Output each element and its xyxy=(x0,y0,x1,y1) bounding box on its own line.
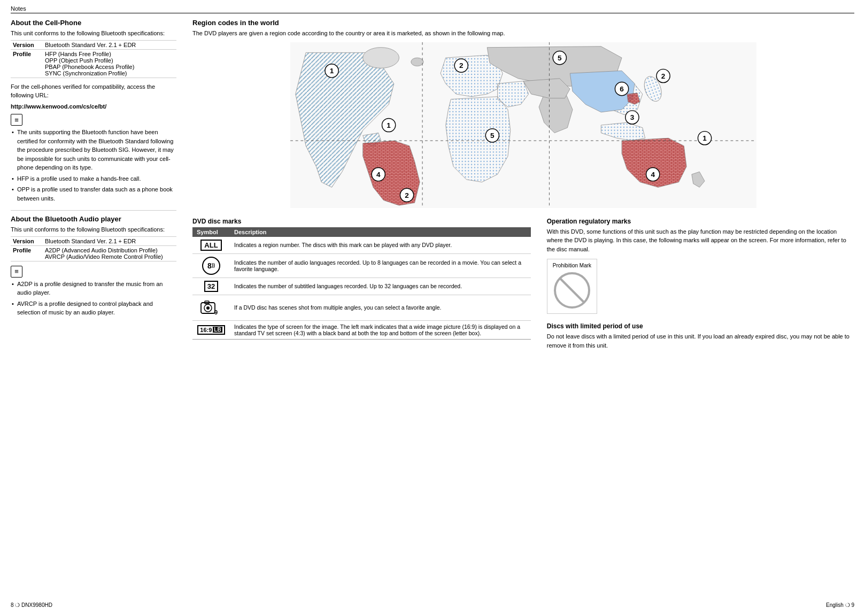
dvd-col-symbol: Symbol xyxy=(192,227,230,237)
cell-phone-url[interactable]: http://www.kenwood.com/cs/ce/bt/ xyxy=(11,102,176,111)
dvd-desc-8: Indicates the number of audio languages … xyxy=(230,253,531,278)
cell-phone-note-3: OPP is a profile used to transfer data s… xyxy=(11,185,176,203)
specs-row-profile: Profile HFP (Hands Free Profile)OPP (Obj… xyxy=(11,49,176,78)
dvd-row-8: 8)) Indicates the number of audio langua… xyxy=(192,253,531,278)
dvd-desc-angle: If a DVD disc has scenes shot from multi… xyxy=(230,295,531,320)
header-title: Notes xyxy=(11,5,26,12)
angle-svg: 9 xyxy=(200,298,222,317)
specs-value-profile: HFP (Hands Free Profile)OPP (Object Push… xyxy=(43,49,176,78)
dvd-row-angle: 9 If a DVD disc has scenes shot from mul… xyxy=(192,295,531,320)
region-codes-section: Region codes in the world The DVD player… xyxy=(192,19,854,208)
bt-specs-value-version: Bluetooth Standard Ver. 2.1 + EDR xyxy=(43,236,176,245)
svg-text:2: 2 xyxy=(405,191,409,199)
bluetooth-note-1: A2DP is a profile designed to transfer t… xyxy=(11,280,176,297)
widescreen-symbol: 16:9 LB xyxy=(197,325,225,335)
dvd-row-all: ALL Indicates a region number. The discs… xyxy=(192,237,531,254)
bluetooth-notes: A2DP is a profile designed to transfer t… xyxy=(11,280,176,317)
bluetooth-audio-intro: This unit conforms to the following Blue… xyxy=(11,225,176,234)
prohibition-svg xyxy=(553,272,591,309)
right-column: Region codes in the world The DVD player… xyxy=(192,19,854,352)
svg-point-9 xyxy=(363,47,399,68)
dvd-row-169: 16:9 LB Indicates the type of screen for… xyxy=(192,320,531,339)
all-symbol: ALL xyxy=(200,240,221,251)
bt-specs-value-profile: A2DP (Advanced Audio Distribution Profil… xyxy=(43,245,176,261)
note-icon-cellphone: ≡ xyxy=(11,114,22,126)
dvd-symbol-angle: 9 xyxy=(192,295,230,320)
bt-specs-row-profile: Profile A2DP (Advanced Audio Distributio… xyxy=(11,245,176,261)
svg-text:2: 2 xyxy=(661,72,666,80)
dvd-col-description: Description xyxy=(230,227,531,237)
cell-phone-notes: The units supporting the Bluetooth funct… xyxy=(11,128,176,203)
bluetooth-note-2: AVRCP is a profile designed to control p… xyxy=(11,299,176,317)
limited-use-title: Discs with limited period of use xyxy=(547,322,854,330)
bluetooth-specs-table: Version Bluetooth Standard Ver. 2.1 + ED… xyxy=(11,236,176,261)
svg-point-10 xyxy=(411,58,423,66)
svg-line-45 xyxy=(560,278,584,303)
world-map-svg: 1 2 1 4 xyxy=(192,42,854,208)
svg-text:1: 1 xyxy=(387,121,391,129)
dvd-marks-title: DVD disc marks xyxy=(192,218,531,225)
footer-left: 8 ❍ DNX9980HD xyxy=(11,602,52,608)
dvd-symbol-32: 32 xyxy=(192,278,230,295)
dvd-desc-all: Indicates a region number. The discs wit… xyxy=(230,237,531,254)
note-icon-bluetooth: ≡ xyxy=(11,266,22,278)
svg-text:2: 2 xyxy=(459,61,464,70)
cell-phone-note-2: HFP is a profile used to make a hands-fr… xyxy=(11,174,176,183)
op-marks-title: Operation regulatory marks xyxy=(547,218,854,225)
dvd-row-32: 32 Indicates the number of subtitled lan… xyxy=(192,278,531,295)
bt-specs-label-version: Version xyxy=(11,236,43,245)
svg-text:9: 9 xyxy=(214,309,218,315)
svg-text:4: 4 xyxy=(376,170,381,178)
specs-label-profile: Profile xyxy=(11,49,43,78)
prohibition-mark-box: Prohibition Mark xyxy=(547,259,597,314)
main-content: About the Cell-Phone This unit conforms … xyxy=(11,19,854,352)
svg-text:5: 5 xyxy=(558,53,562,61)
dvd-desc-169: Indicates the type of screen for the ima… xyxy=(230,320,531,339)
cell-phone-section: About the Cell-Phone This unit conforms … xyxy=(11,19,176,203)
specs-value-version: Bluetooth Standard Ver. 2.1 + EDR xyxy=(43,40,176,49)
limited-use-description: Do not leave discs with a limited period… xyxy=(547,332,854,350)
svg-text:5: 5 xyxy=(490,132,495,140)
svg-text:3: 3 xyxy=(630,113,635,121)
region-map: 1 2 1 4 xyxy=(192,42,854,208)
subtitle-symbol: 32 xyxy=(204,281,218,292)
dvd-symbol-8: 8)) xyxy=(192,253,230,278)
cell-phone-compat-text: For the cell-phones verified for compati… xyxy=(11,82,176,100)
svg-text:1: 1 xyxy=(330,67,334,75)
dvd-op-row: DVD disc marks Symbol Description ALL xyxy=(192,218,854,352)
dvd-desc-32: Indicates the number of subtitled langua… xyxy=(230,278,531,295)
specs-label-version: Version xyxy=(11,40,43,49)
page: Notes About the Cell-Phone This unit con… xyxy=(0,0,865,616)
operation-marks-section: Operation regulatory marks With this DVD… xyxy=(547,218,854,352)
svg-point-41 xyxy=(206,306,210,310)
limited-use-section: Discs with limited period of use Do not … xyxy=(547,322,854,350)
region-codes-description: The DVD players are given a region code … xyxy=(192,29,854,38)
footer-right: English ❍ 9 xyxy=(826,602,854,608)
svg-text:4: 4 xyxy=(651,170,655,178)
cell-phone-title: About the Cell-Phone xyxy=(11,19,176,27)
page-footer: 8 ❍ DNX9980HD English ❍ 9 xyxy=(11,602,854,608)
cell-phone-intro: This unit conforms to the following Blue… xyxy=(11,29,176,38)
dvd-symbol-169: 16:9 LB xyxy=(192,320,230,339)
cell-phone-specs-table: Version Bluetooth Standard Ver. 2.1 + ED… xyxy=(11,40,176,78)
svg-text:1: 1 xyxy=(702,134,707,142)
dvd-marks-section: DVD disc marks Symbol Description ALL xyxy=(192,218,531,352)
audio-symbol: 8)) xyxy=(202,257,220,275)
bt-specs-label-profile: Profile xyxy=(11,245,43,261)
dvd-marks-table: Symbol Description ALL Indicates a regio… xyxy=(192,227,531,340)
cell-phone-note-1: The units supporting the Bluetooth funct… xyxy=(11,128,176,172)
page-header: Notes xyxy=(11,5,854,13)
dvd-symbol-all: ALL xyxy=(192,237,230,254)
dvd-table-header: Symbol Description xyxy=(192,227,531,237)
bluetooth-audio-title: About the Bluetooth Audio player xyxy=(11,215,176,223)
prohibition-label: Prohibition Mark xyxy=(553,263,591,268)
angle-symbol: 9 xyxy=(200,298,222,317)
bluetooth-audio-section: About the Bluetooth Audio player This un… xyxy=(11,215,176,317)
op-marks-description: With this DVD, some functions of this un… xyxy=(547,227,854,254)
specs-row-version: Version Bluetooth Standard Ver. 2.1 + ED… xyxy=(11,40,176,49)
left-column: About the Cell-Phone This unit conforms … xyxy=(11,19,176,352)
bt-specs-row-version: Version Bluetooth Standard Ver. 2.1 + ED… xyxy=(11,236,176,245)
svg-text:6: 6 xyxy=(620,85,624,93)
region-codes-title: Region codes in the world xyxy=(192,19,854,27)
lb-badge: LB xyxy=(213,327,222,333)
